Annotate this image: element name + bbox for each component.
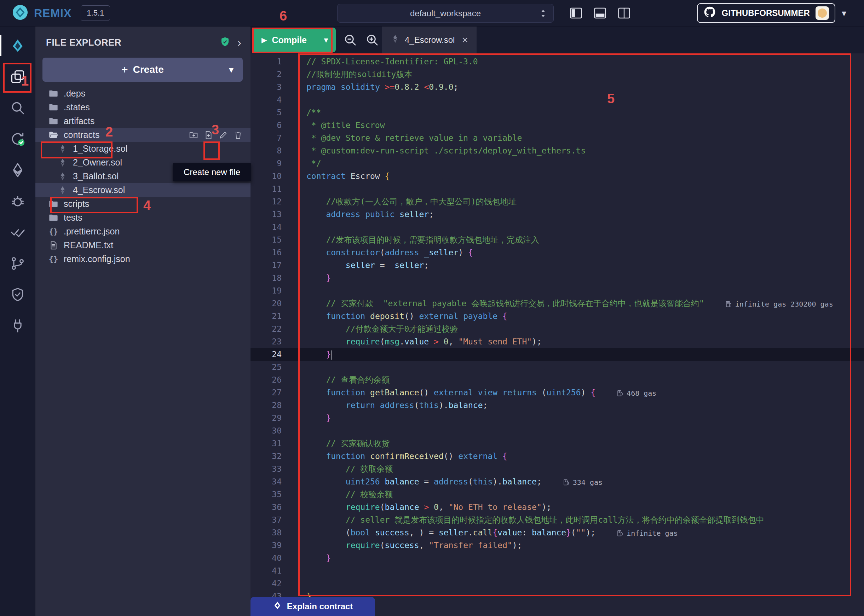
line-number: 6 — [250, 119, 296, 132]
code-line-29[interactable]: 29 } — [250, 412, 864, 424]
code-line-3[interactable]: 3pragma solidity >=0.8.2 <0.9.0; — [250, 81, 864, 93]
zoom-in-icon[interactable] — [365, 33, 379, 49]
new-folder-icon[interactable] — [189, 130, 198, 140]
code-line-30[interactable]: 30 — [250, 424, 864, 437]
folder-icon — [48, 213, 59, 223]
code-line-39[interactable]: 39 require(success, "Transfer failed"); — [250, 539, 864, 552]
code-line-4[interactable]: 4 — [250, 93, 864, 106]
code-line-7[interactable]: 7 * @dev Store & retrieve value in a var… — [250, 132, 864, 144]
code-line-1[interactable]: 1// SPDX-License-Identifier: GPL-3.0 — [250, 55, 864, 68]
workspace-select-value: default_workspace — [410, 8, 481, 18]
code-line-35[interactable]: 35 // 校验余额 — [250, 488, 864, 501]
github-account-button[interactable]: GITHUBFORSUMMER — [697, 3, 835, 23]
tree-item-remix-config-json[interactable]: {}remix.config.json — [35, 252, 250, 266]
code-editor[interactable]: 1// SPDX-License-Identifier: GPL-3.02//限… — [250, 53, 864, 616]
code-line-17[interactable]: 17 seller = _seller; — [250, 259, 864, 272]
json-icon: {} — [48, 227, 59, 236]
contract-verifier-icon[interactable] — [0, 279, 35, 310]
tab-close-icon[interactable]: × — [462, 34, 468, 46]
code-line-11[interactable]: 11 — [250, 182, 864, 195]
code-line-5[interactable]: 5/** — [250, 106, 864, 119]
line-number: 17 — [250, 259, 296, 272]
unit-testing-icon[interactable] — [0, 217, 35, 248]
code-line-36[interactable]: 36 require(balance > 0, "No ETH to relea… — [250, 501, 864, 514]
code-line-6[interactable]: 6 * @title Escrow — [250, 119, 864, 132]
debugger-icon[interactable] — [0, 185, 35, 217]
workspace-select[interactable]: default_workspace — [337, 4, 554, 23]
rename-icon[interactable] — [219, 130, 228, 140]
code-line-15[interactable]: 15 //发布该项目的时候，需要指明收款方钱包地址，完成注入 — [250, 233, 864, 246]
delete-icon[interactable] — [233, 130, 243, 140]
code-line-14[interactable]: 14 — [250, 221, 864, 233]
code-line-32[interactable]: 32 function confirmReceived() external { — [250, 450, 864, 462]
code-line-text: return address(this).balance; — [296, 399, 488, 412]
code-line-18[interactable]: 18 } — [250, 272, 864, 284]
account-caret-icon[interactable]: ▾ — [842, 8, 846, 19]
code-line-34[interactable]: 34 uint256 balance = address(this).balan… — [250, 475, 864, 488]
code-line-31[interactable]: 31 // 买家确认收货 — [250, 437, 864, 450]
tree-item-artifacts[interactable]: artifacts — [35, 114, 250, 128]
tree-item-label: 4_Escrow.sol — [73, 185, 125, 195]
code-line-40[interactable]: 40 } — [250, 552, 864, 564]
tree-item-contracts[interactable]: contracts — [35, 128, 250, 142]
create-button[interactable]: + Create ▾ — [42, 58, 243, 82]
plugin-manager-icon[interactable] — [0, 310, 35, 341]
code-line-23[interactable]: 23 require(msg.value > 0, "Must send ETH… — [250, 335, 864, 348]
file-explorer-header: FILE EXPLORER › — [35, 27, 250, 52]
code-line-22[interactable]: 22 //付款金额大于0才能通过校验 — [250, 322, 864, 335]
code-line-25[interactable]: 25 — [250, 361, 864, 373]
toggle-left-panel-icon[interactable] — [569, 6, 583, 20]
code-line-28[interactable]: 28 return address(this).balance; — [250, 399, 864, 412]
code-line-42[interactable]: 42 — [250, 577, 864, 590]
chevron-right-icon[interactable]: › — [238, 37, 241, 48]
code-line-text: // 买家付款 "external payable 会唤起钱包进行交易，此时钱存… — [296, 297, 833, 310]
code-line-21[interactable]: 21 function deposit() external payable { — [250, 310, 864, 322]
json-icon: {} — [48, 255, 59, 264]
code-line-16[interactable]: 16 constructor(address _seller) { — [250, 246, 864, 259]
code-line-41[interactable]: 41 — [250, 564, 864, 577]
code-line-24[interactable]: 24 } — [250, 348, 864, 361]
sol-icon — [57, 185, 68, 195]
code-line-27[interactable]: 27 function getBalance() external view r… — [250, 386, 864, 399]
code-line-33[interactable]: 33 // 获取余额 — [250, 462, 864, 475]
explain-contract-button[interactable]: Explain contract — [250, 597, 375, 616]
new-file-icon[interactable] — [204, 130, 213, 140]
compile-button[interactable]: ▶ Compile ▾ — [252, 28, 336, 52]
code-line-38[interactable]: 38 (bool success, ) = seller.call{value:… — [250, 526, 864, 539]
zoom-out-icon[interactable] — [343, 33, 357, 49]
tree-item-tests[interactable]: tests — [35, 211, 250, 225]
code-line-37[interactable]: 37 // seller 就是发布该项目的时候指定的收款人钱包地址，此时调用ca… — [250, 514, 864, 526]
create-caret-icon[interactable]: ▾ — [229, 64, 233, 75]
row-actions — [189, 130, 250, 140]
code-line-13[interactable]: 13 address public seller; — [250, 208, 864, 221]
tree-item--deps[interactable]: .deps — [35, 86, 250, 101]
solidity-compiler-icon[interactable] — [0, 123, 35, 154]
compile-dropdown[interactable]: ▾ — [316, 28, 336, 52]
code-line-8[interactable]: 8 * @custom:dev-run-script ./scripts/dep… — [250, 144, 864, 157]
tree-item--states[interactable]: .states — [35, 101, 250, 114]
compile-button-label: Compile — [272, 35, 307, 45]
code-line-10[interactable]: 10contract Escrow { — [250, 170, 864, 182]
line-number: 28 — [250, 399, 296, 412]
tree-item-4-escrow-sol[interactable]: 4_Escrow.sol — [35, 183, 250, 197]
toggle-bottom-panel-icon[interactable] — [593, 6, 607, 20]
remix-ai-icon[interactable] — [0, 30, 35, 61]
tree-item-scripts[interactable]: scripts — [35, 197, 250, 211]
git-icon[interactable] — [0, 248, 35, 279]
tree-item-readme-txt[interactable]: README.txt — [35, 238, 250, 252]
code-line-19[interactable]: 19 — [250, 284, 864, 297]
code-line-20[interactable]: 20 // 买家付款 "external payable 会唤起钱包进行交易，此… — [250, 297, 864, 310]
folder-icon — [48, 89, 59, 99]
search-icon[interactable] — [0, 92, 35, 123]
code-line-9[interactable]: 9 */ — [250, 157, 864, 170]
tab-4-escrow-sol[interactable]: 4_Escrow.sol × — [382, 27, 477, 53]
tree-item-1-storage-sol[interactable]: 1_Storage.sol — [35, 142, 250, 156]
code-line-26[interactable]: 26 // 查看合约余额 — [250, 373, 864, 386]
code-line-2[interactable]: 2//限制使用的solidity版本 — [250, 68, 864, 81]
toggle-columns-icon[interactable] — [617, 6, 631, 20]
file-explorer-icon[interactable] — [0, 61, 35, 92]
compile-button-main[interactable]: ▶ Compile — [252, 28, 316, 52]
code-line-12[interactable]: 12 //收款方(一人公司，散户，中大型公司)的钱包地址 — [250, 195, 864, 208]
deploy-run-icon[interactable] — [0, 154, 35, 185]
tree-item--prettierrc-json[interactable]: {}.prettierrc.json — [35, 225, 250, 238]
